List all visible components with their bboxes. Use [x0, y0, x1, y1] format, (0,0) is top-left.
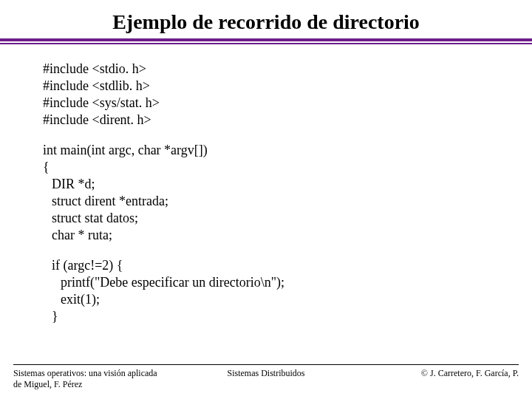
- code-line: #include <dirent. h>: [43, 112, 532, 129]
- blank-line: [43, 129, 532, 142]
- code-line: struct stat datos;: [43, 210, 532, 227]
- footer-left: Sistemas operativos: una visión aplicada…: [13, 368, 191, 390]
- footer-center: Sistemas Distribuidos: [191, 368, 340, 390]
- code-line: exit(1);: [43, 291, 532, 308]
- footer: Sistemas operativos: una visión aplicada…: [0, 364, 532, 390]
- footer-row: Sistemas operativos: una visión aplicada…: [13, 368, 519, 390]
- code-line: int main(int argc, char *argv[]): [43, 142, 532, 159]
- code-line: }: [43, 308, 532, 325]
- code-line: #include <stdlib. h>: [43, 78, 532, 95]
- slide-title: Ejemplo de recorrido de directorio: [0, 0, 532, 38]
- title-rule-thick: [0, 38, 532, 41]
- code-listing: #include <stdio. h> #include <stdlib. h>…: [0, 44, 532, 325]
- code-line: char * ruta;: [43, 227, 532, 244]
- code-line: DIR *d;: [43, 176, 532, 193]
- footer-left-line2: de Miguel, F. Pérez: [13, 379, 191, 390]
- code-line: #include <stdio. h>: [43, 61, 532, 78]
- blank-line: [43, 244, 532, 257]
- code-line: struct dirent *entrada;: [43, 193, 532, 210]
- code-line: #include <sys/stat. h>: [43, 95, 532, 112]
- footer-rule: [13, 364, 519, 365]
- code-line: {: [43, 159, 532, 176]
- code-line: printf("Debe especificar un directorio\n…: [43, 274, 532, 291]
- footer-right: © J. Carretero, F. García, P.: [341, 368, 519, 390]
- code-line: if (argc!=2) {: [43, 257, 532, 274]
- footer-left-line1: Sistemas operativos: una visión aplicada: [13, 368, 191, 379]
